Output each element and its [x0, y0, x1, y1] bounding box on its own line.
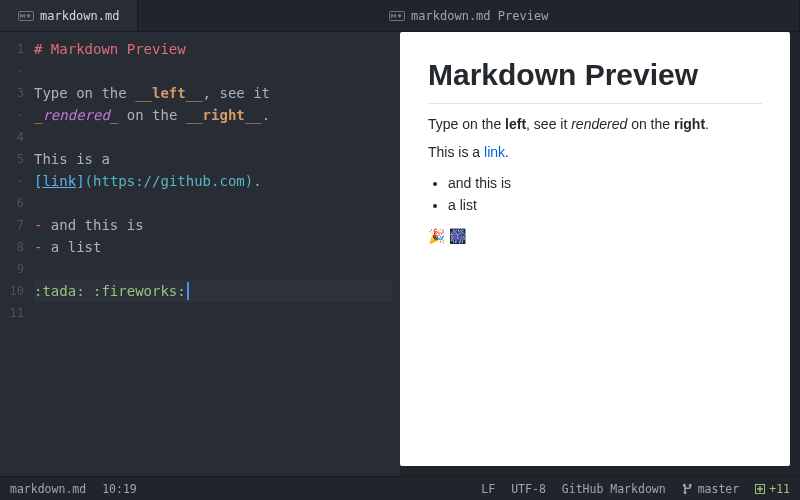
tab-editor[interactable]: markdown.md [0, 0, 138, 31]
preview-p2: This is a link. [428, 144, 762, 160]
line-number: 9 [0, 258, 24, 280]
preview-card: Markdown Preview Type on the left, see i… [400, 32, 790, 466]
code-line[interactable] [34, 192, 392, 214]
code-line[interactable]: _rendered_ on the __right__. [34, 104, 392, 126]
diff-icon [755, 484, 765, 494]
line-number: 1 [0, 38, 24, 60]
line-number: 3 [0, 82, 24, 104]
preview-h1: Markdown Preview [428, 58, 762, 104]
code-line[interactable]: - and this is [34, 214, 392, 236]
preview-pane: Markdown Preview Type on the left, see i… [400, 32, 800, 476]
markdown-icon [389, 11, 405, 21]
tab-preview[interactable]: markdown.md Preview [138, 0, 800, 31]
git-branch-icon [682, 483, 694, 495]
line-number: 7 [0, 214, 24, 236]
code-line[interactable]: This is a [34, 148, 392, 170]
code-line[interactable]: Type on the __left__, see it [34, 82, 392, 104]
list-item: and this is [448, 172, 762, 194]
text-cursor [187, 282, 189, 300]
status-branch[interactable]: master [682, 482, 740, 496]
code-editor[interactable]: 1·3·45·67891011 # Markdown PreviewType o… [0, 32, 400, 476]
code-line[interactable]: - a list [34, 236, 392, 258]
tab-editor-label: markdown.md [40, 9, 119, 23]
status-grammar[interactable]: GitHub Markdown [562, 482, 666, 496]
tab-bar: markdown.md markdown.md Preview [0, 0, 800, 32]
line-number: · [0, 170, 24, 192]
status-filename[interactable]: markdown.md [10, 482, 86, 496]
code-line[interactable]: [link](https://github.com). [34, 170, 392, 192]
split-panes: 1·3·45·67891011 # Markdown PreviewType o… [0, 32, 800, 476]
line-number: 11 [0, 302, 24, 324]
status-cursor[interactable]: 10:19 [102, 482, 137, 496]
status-diff[interactable]: +11 [755, 482, 790, 496]
list-item: a list [448, 194, 762, 216]
line-number: · [0, 104, 24, 126]
code-line[interactable] [34, 258, 392, 280]
status-line-ending[interactable]: LF [481, 482, 495, 496]
code-line[interactable] [34, 60, 392, 82]
status-encoding[interactable]: UTF-8 [511, 482, 546, 496]
line-number: 4 [0, 126, 24, 148]
code-line[interactable] [34, 302, 392, 324]
markdown-icon [18, 11, 34, 21]
editor-pane: 1·3·45·67891011 # Markdown PreviewType o… [0, 32, 400, 476]
line-number: 6 [0, 192, 24, 214]
code-line[interactable]: :tada: :fireworks: [34, 280, 392, 302]
code-line[interactable] [34, 126, 392, 148]
line-gutter: 1·3·45·67891011 [0, 32, 34, 476]
preview-emoji: 🎉 🎆 [428, 228, 762, 244]
line-number: · [0, 60, 24, 82]
status-bar: markdown.md 10:19 LF UTF-8 GitHub Markdo… [0, 476, 800, 500]
preview-list: and this is a list [448, 172, 762, 217]
line-number: 8 [0, 236, 24, 258]
line-number: 10 [0, 280, 24, 302]
code-line[interactable]: # Markdown Preview [34, 38, 392, 60]
preview-p1: Type on the left, see it rendered on the… [428, 116, 762, 132]
tab-preview-label: markdown.md Preview [411, 9, 548, 23]
code-body[interactable]: # Markdown PreviewType on the __left__, … [34, 32, 400, 476]
preview-link[interactable]: link [484, 144, 505, 160]
line-number: 5 [0, 148, 24, 170]
